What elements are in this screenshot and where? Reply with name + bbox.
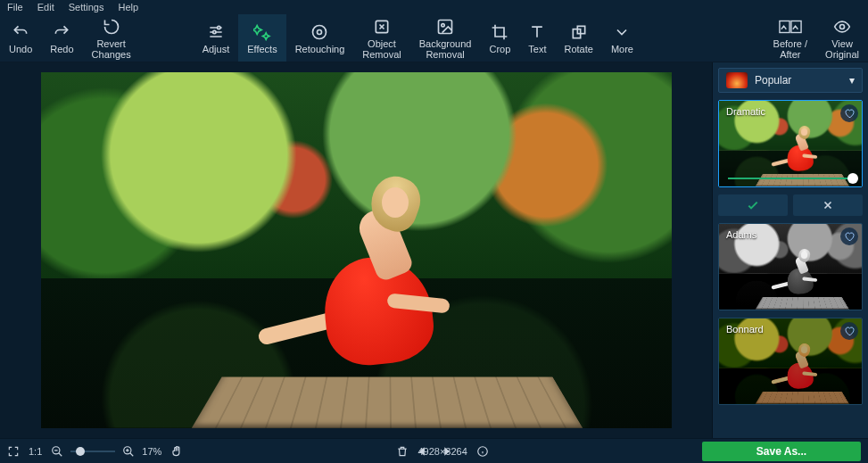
menu-bar: File Edit Settings Help <box>0 0 868 14</box>
svg-point-3 <box>313 25 327 38</box>
object-removal-label: Object Removal <box>362 38 401 60</box>
retouching-label: Retouching <box>295 44 345 54</box>
retouching-button[interactable]: Retouching <box>286 14 354 62</box>
text-icon <box>528 22 546 42</box>
text-button[interactable]: Text <box>519 14 555 62</box>
fullscreen-button[interactable] <box>7 445 20 458</box>
chevron-down-icon: ▾ <box>849 74 855 87</box>
zoom-slider[interactable] <box>70 451 115 452</box>
fire-icon <box>726 72 748 88</box>
preset-label: Dramatic <box>726 106 765 117</box>
effects-category-label: Popular <box>755 74 791 87</box>
object-removal-button[interactable]: Object Removal <box>353 14 409 62</box>
svg-point-4 <box>318 29 322 34</box>
pan-hand-button[interactable] <box>170 445 183 458</box>
background-removal-label: Background Removal <box>419 38 472 60</box>
background-removal-icon <box>436 17 454 37</box>
object-removal-icon <box>373 17 391 37</box>
undo-icon <box>12 22 29 42</box>
save-as-button[interactable]: Save As... <box>702 442 861 461</box>
effects-label: Effects <box>247 44 277 54</box>
image-nav <box>417 445 452 458</box>
preset-confirm-bar <box>718 194 863 216</box>
delete-button[interactable] <box>396 445 409 458</box>
fit-1to1-button[interactable]: 1:1 <box>29 446 42 457</box>
svg-point-7 <box>442 23 444 26</box>
apply-preset-button[interactable] <box>718 194 788 216</box>
before-after-button[interactable]: Before / After <box>765 14 817 62</box>
redo-label: Redo <box>50 44 73 54</box>
intensity-slider[interactable] <box>728 178 853 179</box>
rotate-label: Rotate <box>564 44 592 54</box>
effects-icon <box>253 22 271 42</box>
revert-label: Revert Changes <box>92 38 131 60</box>
revert-changes-button[interactable]: Revert Changes <box>83 14 140 62</box>
more-button[interactable]: More <box>602 14 642 62</box>
rotate-icon <box>570 22 588 42</box>
zoom-out-button[interactable] <box>51 445 63 458</box>
effects-panel: Popular ▾ Dramatic Adams Bonnard <box>712 62 868 438</box>
effects-category-dropdown[interactable]: Popular ▾ <box>718 68 863 93</box>
adjust-label: Adjust <box>203 44 230 54</box>
preset-bonnard[interactable]: Bonnard <box>718 318 863 405</box>
crop-button[interactable]: Crop <box>480 14 519 62</box>
preset-label: Adams <box>726 229 756 240</box>
redo-icon <box>53 22 70 42</box>
retouching-icon <box>310 22 328 42</box>
preset-adams[interactable]: Adams <box>718 223 863 310</box>
effects-button[interactable]: Effects <box>238 14 285 62</box>
zoom-percent: 17% <box>142 446 161 457</box>
menu-help[interactable]: Help <box>118 2 138 12</box>
chevron-down-icon <box>613 22 631 42</box>
favorite-button[interactable] <box>840 104 858 122</box>
rotate-button[interactable]: Rotate <box>555 14 601 62</box>
info-button[interactable] <box>476 445 489 458</box>
svg-point-1 <box>213 30 216 33</box>
undo-label: Undo <box>9 44 32 54</box>
zoom-controls: 17% <box>51 445 161 458</box>
main-toolbar: Undo Redo Revert Changes Adjust Effects … <box>0 14 868 62</box>
menu-edit[interactable]: Edit <box>37 2 54 12</box>
image-canvas[interactable] <box>0 62 712 438</box>
more-label: More <box>611 44 633 54</box>
crop-icon <box>491 22 508 42</box>
revert-icon <box>103 17 120 37</box>
cancel-preset-button[interactable] <box>793 194 863 216</box>
menu-file[interactable]: File <box>7 2 23 12</box>
svg-rect-6 <box>439 20 452 33</box>
adjust-button[interactable]: Adjust <box>194 14 239 62</box>
main-area: Popular ▾ Dramatic Adams Bonnard <box>0 62 868 438</box>
favorite-button[interactable] <box>840 227 858 245</box>
preset-label: Bonnard <box>726 324 764 335</box>
favorite-button[interactable] <box>840 322 858 340</box>
eye-icon <box>833 17 851 37</box>
undo-button[interactable]: Undo <box>0 14 41 62</box>
svg-point-12 <box>840 24 845 29</box>
view-original-label: View Original <box>825 38 859 60</box>
prev-image-button[interactable] <box>417 445 429 458</box>
redo-button[interactable]: Redo <box>41 14 82 62</box>
next-image-button[interactable] <box>440 445 452 458</box>
status-bar: 1:1 17% 4928×3264 Save As... <box>0 438 868 463</box>
zoom-in-button[interactable] <box>122 445 135 458</box>
view-original-button[interactable]: View Original <box>816 14 868 62</box>
background-removal-button[interactable]: Background Removal <box>410 14 481 62</box>
crop-label: Crop <box>489 44 510 54</box>
photo <box>41 72 672 428</box>
compare-icon <box>779 17 802 37</box>
svg-point-0 <box>218 26 220 29</box>
preset-dramatic[interactable]: Dramatic <box>718 100 863 187</box>
before-after-label: Before / After <box>773 38 808 60</box>
adjust-icon <box>207 22 225 42</box>
text-label: Text <box>528 44 546 54</box>
menu-settings[interactable]: Settings <box>69 2 104 12</box>
